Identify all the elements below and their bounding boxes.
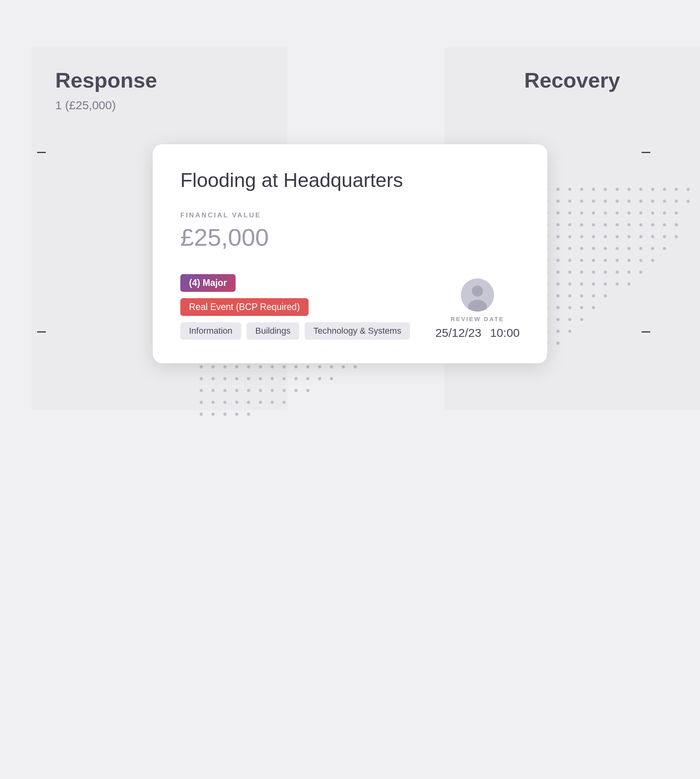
svg-point-94 bbox=[568, 282, 571, 286]
svg-point-193 bbox=[259, 401, 262, 404]
tag-row-categories: Information Buildings Technology & Syste… bbox=[180, 322, 410, 340]
connector-right-top bbox=[642, 152, 650, 153]
svg-point-167 bbox=[211, 377, 215, 380]
svg-point-114 bbox=[580, 318, 583, 321]
review-label: REVIEW DATE bbox=[451, 316, 504, 322]
svg-point-41 bbox=[580, 223, 583, 226]
svg-point-2 bbox=[568, 188, 571, 191]
svg-point-54 bbox=[592, 235, 595, 238]
svg-point-162 bbox=[318, 365, 321, 368]
svg-point-59 bbox=[651, 235, 654, 238]
recovery-section: Recovery bbox=[444, 47, 700, 113]
response-subtitle: 1 (£25,000) bbox=[55, 99, 157, 112]
svg-point-32 bbox=[616, 211, 619, 215]
svg-point-43 bbox=[604, 223, 607, 226]
tag-row-event: Real Event (BCP Required) bbox=[180, 298, 410, 316]
tag-row-major: (4) Major bbox=[180, 274, 410, 292]
review-date: 25/12/23 bbox=[435, 326, 481, 340]
svg-point-40 bbox=[568, 223, 571, 226]
svg-point-45 bbox=[627, 223, 631, 226]
svg-point-25 bbox=[687, 200, 690, 203]
svg-point-84 bbox=[556, 271, 560, 274]
svg-point-176 bbox=[318, 377, 321, 380]
svg-point-4 bbox=[592, 188, 595, 191]
svg-point-33 bbox=[627, 211, 631, 215]
tag-information: Information bbox=[180, 322, 241, 340]
svg-point-152 bbox=[200, 365, 203, 368]
response-section: Response 1 (£25,000) bbox=[32, 47, 181, 133]
svg-point-75 bbox=[568, 259, 571, 262]
svg-point-189 bbox=[211, 401, 215, 404]
svg-point-77 bbox=[592, 259, 595, 262]
svg-point-9 bbox=[651, 188, 654, 191]
svg-point-67 bbox=[604, 247, 607, 250]
review-datetime: 25/12/23 10:00 bbox=[435, 326, 520, 340]
svg-point-15 bbox=[568, 200, 571, 203]
financial-label: FINANCIAL VALUE bbox=[180, 211, 520, 219]
svg-point-119 bbox=[556, 342, 560, 345]
svg-point-155 bbox=[235, 365, 238, 368]
svg-point-196 bbox=[200, 413, 203, 416]
svg-point-161 bbox=[306, 365, 309, 368]
svg-point-21 bbox=[639, 200, 642, 203]
svg-point-10 bbox=[663, 188, 666, 191]
svg-point-102 bbox=[568, 294, 571, 297]
svg-point-42 bbox=[592, 223, 595, 226]
svg-point-70 bbox=[639, 247, 642, 250]
svg-point-87 bbox=[592, 271, 595, 274]
svg-point-44 bbox=[616, 223, 619, 226]
svg-point-64 bbox=[568, 247, 571, 250]
svg-point-63 bbox=[556, 247, 560, 250]
svg-point-35 bbox=[651, 211, 654, 215]
svg-point-37 bbox=[675, 211, 678, 215]
svg-point-47 bbox=[651, 223, 654, 226]
svg-point-79 bbox=[616, 259, 619, 262]
svg-point-91 bbox=[639, 271, 642, 274]
svg-point-168 bbox=[223, 377, 226, 380]
svg-point-88 bbox=[604, 271, 607, 274]
svg-point-108 bbox=[568, 306, 571, 309]
svg-point-180 bbox=[223, 389, 226, 392]
svg-point-98 bbox=[616, 282, 619, 286]
svg-point-182 bbox=[247, 389, 250, 392]
avatar bbox=[461, 278, 494, 312]
svg-point-164 bbox=[342, 365, 345, 368]
svg-point-3 bbox=[580, 188, 583, 191]
svg-point-186 bbox=[294, 389, 298, 392]
svg-point-52 bbox=[568, 235, 571, 238]
svg-point-170 bbox=[247, 377, 250, 380]
svg-point-107 bbox=[556, 306, 560, 309]
svg-point-158 bbox=[271, 365, 274, 368]
svg-point-171 bbox=[259, 377, 262, 380]
svg-point-95 bbox=[580, 282, 583, 286]
svg-point-184 bbox=[271, 389, 274, 392]
svg-point-113 bbox=[568, 318, 571, 321]
tag-buildings: Buildings bbox=[247, 322, 299, 340]
svg-point-96 bbox=[592, 282, 595, 286]
svg-point-6 bbox=[616, 188, 619, 191]
svg-point-53 bbox=[580, 235, 583, 238]
svg-point-105 bbox=[604, 294, 607, 297]
svg-point-78 bbox=[604, 259, 607, 262]
svg-point-60 bbox=[663, 235, 666, 238]
card-title: Flooding at Headquarters bbox=[180, 169, 520, 192]
svg-point-49 bbox=[675, 223, 678, 226]
svg-point-12 bbox=[687, 188, 690, 191]
svg-point-154 bbox=[223, 365, 226, 368]
svg-point-19 bbox=[616, 200, 619, 203]
recovery-title: Recovery bbox=[524, 68, 620, 92]
svg-point-178 bbox=[200, 389, 203, 392]
svg-point-200 bbox=[247, 413, 250, 416]
svg-point-89 bbox=[616, 271, 619, 274]
avatar-icon bbox=[461, 278, 494, 312]
svg-point-46 bbox=[639, 223, 642, 226]
svg-point-68 bbox=[616, 247, 619, 250]
svg-point-188 bbox=[200, 401, 203, 404]
card-bottom-row: (4) Major Real Event (BCP Required) Info… bbox=[180, 274, 520, 340]
svg-point-76 bbox=[580, 259, 583, 262]
svg-point-74 bbox=[556, 259, 560, 262]
svg-point-65 bbox=[580, 247, 583, 250]
svg-point-81 bbox=[639, 259, 642, 262]
svg-point-57 bbox=[627, 235, 631, 238]
incident-card[interactable]: Flooding at Headquarters FINANCIAL VALUE… bbox=[153, 144, 547, 363]
